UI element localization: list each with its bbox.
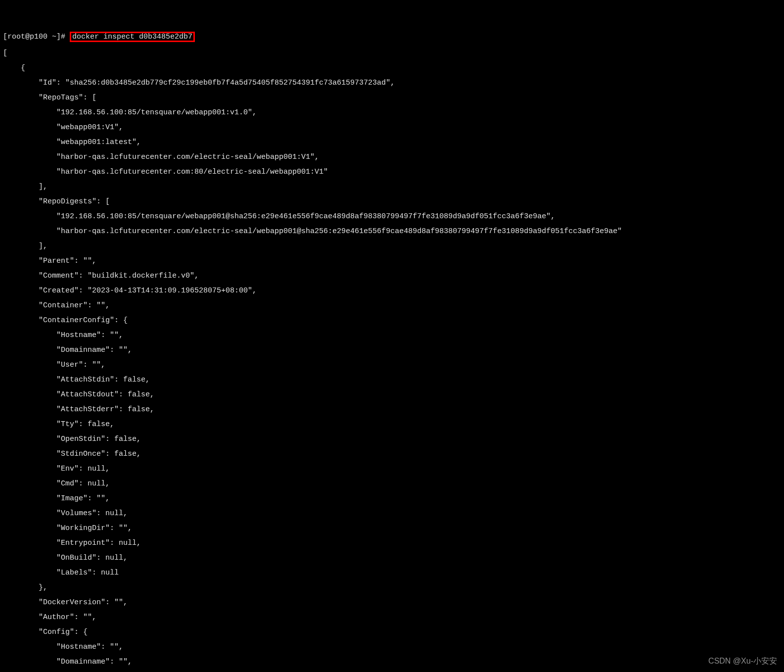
output-line: "Hostname": "", — [0, 332, 784, 339]
output-line: }, — [0, 584, 784, 591]
output-line: "192.168.56.100:85/tensquare/webapp001@s… — [0, 213, 784, 220]
output-line: "Comment": "buildkit.dockerfile.v0", — [0, 272, 784, 280]
output-line: "Hostname": "", — [0, 643, 784, 651]
output-line: "Author": "", — [0, 614, 784, 621]
command-highlight-box: docker inspect d0b3485e2db7 — [70, 32, 195, 42]
output-line: ], — [0, 183, 784, 191]
output-line: "Volumes": null, — [0, 510, 784, 517]
shell-prompt: [root@p100 ~]# — [3, 33, 70, 41]
output-line: "Domainname": "", — [0, 346, 784, 354]
output-line: "RepoTags": [ — [0, 94, 784, 101]
output-line: "Entrypoint": null, — [0, 539, 784, 547]
output-line: "RepoDigests": [ — [0, 198, 784, 205]
output-line: "Parent": "", — [0, 257, 784, 265]
output-line: "harbor-qas.lcfuturecenter.com:80/electr… — [0, 168, 784, 176]
output-line: { — [0, 64, 784, 72]
output-line: [ — [0, 49, 784, 57]
output-line: "webapp001:latest", — [0, 139, 784, 146]
output-line: "WorkingDir": "", — [0, 525, 784, 532]
output-line: "Labels": null — [0, 569, 784, 576]
output-line: "OpenStdin": false, — [0, 435, 784, 443]
output-line: ], — [0, 242, 784, 250]
output-line: "Id": "sha256:d0b3485e2db779cf29c199eb0f… — [0, 79, 784, 87]
output-line: "StdinOnce": false, — [0, 450, 784, 458]
output-line: "Cmd": null, — [0, 480, 784, 487]
watermark: CSDN @Xu-小安安 — [708, 657, 777, 665]
output-line: "webapp001:V1", — [0, 124, 784, 131]
output-line: "ContainerConfig": { — [0, 317, 784, 324]
output-line: "Created": "2023-04-13T14:31:09.19652807… — [0, 287, 784, 294]
output-line: "Env": null, — [0, 465, 784, 473]
output-line: "192.168.56.100:85/tensquare/webapp001:v… — [0, 109, 784, 116]
output-line: "DockerVersion": "", — [0, 599, 784, 606]
command-text[interactable]: docker inspect d0b3485e2db7 — [72, 33, 192, 41]
output-line: "Image": "", — [0, 495, 784, 502]
output-line: "Container": "", — [0, 302, 784, 309]
output-line: "User": "", — [0, 361, 784, 369]
output-line: "AttachStdout": false, — [0, 391, 784, 398]
output-line: "harbor-qas.lcfuturecenter.com/electric-… — [0, 228, 784, 235]
output-line: "Domainname": "", — [0, 658, 784, 666]
output-line: "OnBuild": null, — [0, 554, 784, 562]
output-line: "AttachStderr": false, — [0, 406, 784, 413]
prompt-line: [root@p100 ~]# docker inspect d0b3485e2d… — [0, 32, 784, 42]
output-line: "harbor-qas.lcfuturecenter.com/electric-… — [0, 153, 784, 161]
output-line: "Config": { — [0, 628, 784, 636]
output-line: "AttachStdin": false, — [0, 376, 784, 384]
output-line: "Tty": false, — [0, 421, 784, 428]
